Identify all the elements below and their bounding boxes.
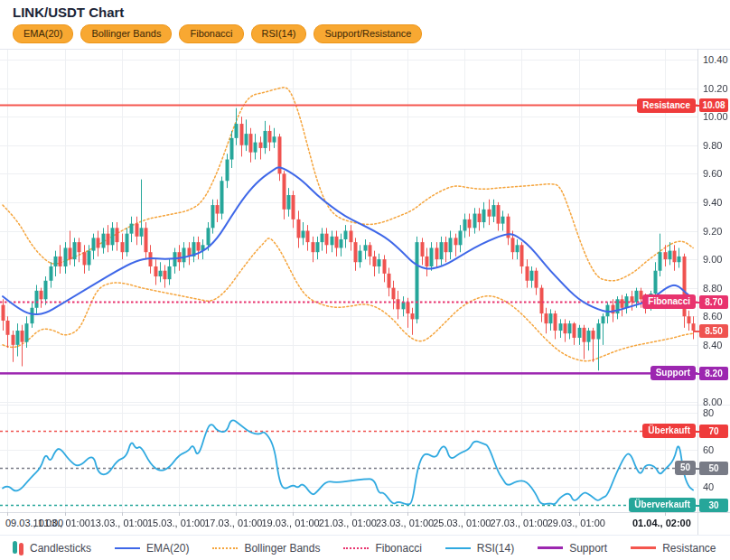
legend-item-0: Candlesticks (13, 542, 91, 555)
legend-label: Candlesticks (30, 542, 91, 555)
time-tick-mark (464, 512, 465, 516)
rsi-pane-canvas[interactable] (0, 406, 697, 512)
legend-label: Bollinger Bands (244, 542, 320, 555)
price-tick-label: 10.40 (703, 54, 730, 65)
rsi-tick-label: 60 (703, 444, 730, 455)
legend-label: Fibonacci (375, 542, 421, 555)
time-tick-label: 15.03., 01:00 (147, 518, 211, 528)
page-title: LINK/USDT Chart (13, 5, 124, 20)
time-scale-border (0, 512, 730, 513)
time-tick-label: 21.03., 01:00 (319, 518, 382, 528)
price-pane-canvas[interactable] (0, 50, 697, 406)
legend-line-swatch (212, 547, 238, 549)
time-tick-label: 25.03., 01:00 (433, 518, 496, 528)
time-tick-mark (665, 512, 666, 516)
rsi-tick-label: 80 (703, 407, 730, 418)
time-tick-label: 17.03., 01:00 (204, 518, 267, 528)
price-tick-label: 9.40 (703, 197, 730, 208)
price-tick-label: 8.80 (703, 283, 730, 294)
time-tick-mark (7, 512, 8, 516)
legend-label: RSI(14) (477, 542, 514, 555)
candlesticks-icon (13, 542, 23, 555)
time-tick-label: 11.03., 01:00 (33, 518, 97, 528)
rsi-overbought-label-badge: Überkauft (642, 424, 696, 438)
rsi-tick-label: 40 (703, 481, 730, 492)
legend-item-1: EMA(20) (115, 542, 189, 555)
legend-label: EMA(20) (146, 542, 189, 555)
time-tick-mark (407, 512, 408, 516)
chart-app: LINK/USDT Chart EMA(20)Bollinger BandsFi… (0, 0, 730, 560)
time-tick-mark (521, 512, 522, 516)
fibonacci-price-badge: 8.70 (699, 295, 728, 309)
price-tick-label: 9.80 (703, 140, 730, 151)
legend-label: Resistance (662, 542, 716, 555)
legend-line-swatch (343, 547, 369, 549)
price-tick-label: 9.00 (703, 254, 730, 265)
price-tick-label: 8.00 (703, 397, 730, 407)
price-tick-label: 9.60 (703, 168, 730, 179)
time-tick-mark (579, 512, 580, 516)
rsi-oversold-label-badge: Überverkauft (629, 498, 696, 512)
legend-item-6: Resistance (631, 542, 716, 555)
time-tick-mark (293, 512, 294, 516)
legend-line-swatch (538, 546, 563, 549)
last-price-badge: 8.50 (699, 324, 728, 338)
time-tick-mark (179, 512, 180, 516)
price-tick-label: 10.00 (703, 111, 730, 122)
time-tick-label: 29.03., 01:00 (548, 518, 611, 528)
price-tick-label: 8.60 (703, 311, 730, 322)
pane-separator (0, 405, 730, 406)
resistance-label-badge: Resistance (637, 98, 696, 113)
time-tick-label: 23.03., 01:00 (376, 518, 439, 528)
legend-line-swatch (631, 546, 656, 549)
price-scale-border (697, 49, 698, 535)
rsi-oversold-price-badge: 30 (699, 499, 728, 512)
legend-item-5: Support (538, 542, 607, 555)
support-price-badge: 8.20 (699, 367, 728, 380)
time-tick-label: 01.04., 02:00 (632, 518, 696, 528)
indicator-toggle-0[interactable]: EMA(20) (13, 24, 73, 43)
fibonacci-label-badge: Fibonacci (642, 294, 696, 309)
price-tick-label: 9.20 (703, 226, 730, 237)
indicator-toggle-4[interactable]: Support/Resistance (314, 24, 422, 43)
indicator-toggle-2[interactable]: Fibonacci (179, 24, 243, 43)
price-tick-label: 8.40 (703, 340, 730, 350)
resistance-price-badge: 10.08 (699, 98, 728, 112)
legend-item-4: RSI(14) (445, 542, 514, 555)
time-tick-label: 13.03., 01:00 (90, 518, 154, 528)
time-tick-mark (122, 512, 123, 516)
legend-line-swatch (445, 547, 471, 549)
legend-label: Support (569, 542, 607, 555)
rsi-midline-price-badge: 50 (699, 462, 728, 475)
chart-legend: CandlesticksEMA(20)Bollinger BandsFibona… (0, 535, 730, 560)
indicator-toggle-bar: EMA(20)Bollinger BandsFibonacciRSI(14)Su… (13, 24, 422, 43)
time-tick-mark (236, 512, 237, 516)
legend-item-2: Bollinger Bands (212, 542, 320, 555)
time-tick-mark (351, 512, 351, 516)
price-tick-label: 10.20 (703, 83, 730, 94)
support-label-badge: Support (650, 366, 696, 380)
legend-item-3: Fibonacci (343, 542, 421, 555)
legend-line-swatch (115, 547, 140, 549)
time-tick-label: 19.03., 01:00 (261, 518, 324, 528)
time-tick-label: 27.03., 01:00 (490, 518, 553, 528)
rsi-overbought-price-badge: 70 (699, 425, 728, 438)
indicator-toggle-3[interactable]: RSI(14) (251, 24, 307, 43)
rsi-midline-label-badge: 50 (675, 461, 696, 475)
indicator-toggle-1[interactable]: Bollinger Bands (80, 24, 172, 43)
time-tick-mark (65, 512, 66, 516)
